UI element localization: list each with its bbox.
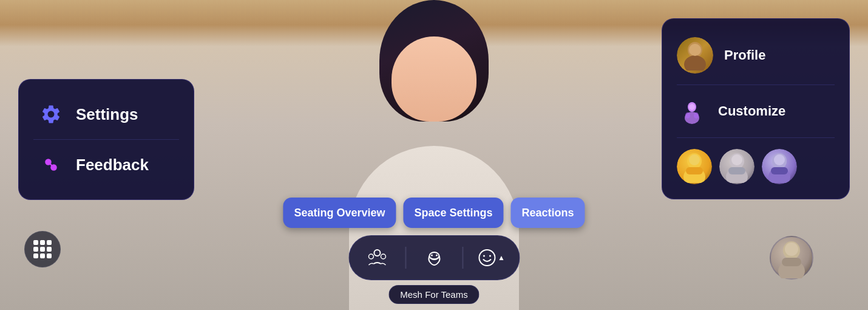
feedback-icon xyxy=(38,152,64,177)
customize-row[interactable]: Customize xyxy=(677,90,835,133)
svg-point-9 xyxy=(479,250,495,266)
svg-point-33 xyxy=(785,243,798,256)
seating-overview-button[interactable]: Seating Overview xyxy=(283,198,396,229)
settings-label: Settings xyxy=(76,105,138,124)
svg-point-3 xyxy=(374,250,380,256)
space-settings-button[interactable]: Space Settings xyxy=(404,198,504,229)
svg-rect-31 xyxy=(771,167,788,174)
svg-point-8 xyxy=(436,255,438,257)
profile-avatar xyxy=(677,37,713,74)
right-panel: Profile Customize xyxy=(662,18,850,199)
menu-divider xyxy=(33,139,179,140)
avatar-face xyxy=(392,36,476,122)
profile-row[interactable]: Profile xyxy=(677,31,835,80)
avatars-row xyxy=(677,143,835,187)
right-divider-2 xyxy=(677,137,835,138)
svg-point-13 xyxy=(684,55,706,71)
feedback-menu-item[interactable]: Feedback xyxy=(33,142,179,187)
emoji-toolbar-button[interactable]: ▲ xyxy=(475,242,507,274)
svg-rect-35 xyxy=(782,258,801,266)
svg-rect-27 xyxy=(728,167,745,174)
avatar-purple-icon xyxy=(762,149,797,184)
customize-label: Customize xyxy=(718,103,785,119)
profile-label: Profile xyxy=(724,47,765,63)
avatar-1[interactable] xyxy=(677,149,712,184)
toolbar-divider-2 xyxy=(462,247,463,269)
svg-point-17 xyxy=(689,104,695,110)
svg-point-4 xyxy=(368,254,373,259)
avatar-2[interactable] xyxy=(719,149,754,184)
profile-avatar-image xyxy=(677,37,713,74)
bottom-right-avatar[interactable] xyxy=(770,236,813,280)
svg-point-7 xyxy=(431,255,433,257)
svg-rect-23 xyxy=(686,167,703,174)
svg-point-5 xyxy=(381,254,385,259)
apps-grid-button[interactable] xyxy=(24,231,61,267)
toolbar-bar: ▲ xyxy=(348,235,520,280)
svg-point-10 xyxy=(483,255,485,257)
grid-dots-icon xyxy=(33,240,52,258)
svg-point-11 xyxy=(489,255,491,257)
svg-point-18 xyxy=(685,112,690,119)
reactions-button[interactable]: Reactions xyxy=(511,198,585,229)
toolbar-divider-1 xyxy=(405,247,406,269)
avatar-3[interactable] xyxy=(762,149,797,184)
center-toolbar: Seating Overview Space Settings Reaction… xyxy=(283,198,585,305)
svg-point-19 xyxy=(694,112,699,119)
toolbar-app-label: Mesh For Teams xyxy=(388,285,479,304)
svg-point-6 xyxy=(429,252,439,260)
avatar-yellow-icon xyxy=(677,149,712,184)
avatar-gray-icon xyxy=(719,149,754,184)
svg-point-25 xyxy=(731,154,742,165)
svg-point-14 xyxy=(689,44,701,56)
toolbar-popups: Seating Overview Space Settings Reaction… xyxy=(283,198,585,229)
left-panel: Settings Feedback xyxy=(18,79,194,200)
right-divider-1 xyxy=(677,84,835,85)
avatar-toolbar-button[interactable] xyxy=(418,242,450,274)
svg-point-29 xyxy=(774,154,785,165)
seating-toolbar-button[interactable] xyxy=(361,242,393,274)
gear-icon xyxy=(38,102,64,127)
feedback-label: Feedback xyxy=(76,156,149,174)
svg-point-21 xyxy=(689,154,700,165)
settings-menu-item[interactable]: Settings xyxy=(33,92,179,137)
customize-icon xyxy=(677,96,707,126)
chevron-up-icon: ▲ xyxy=(498,253,505,262)
